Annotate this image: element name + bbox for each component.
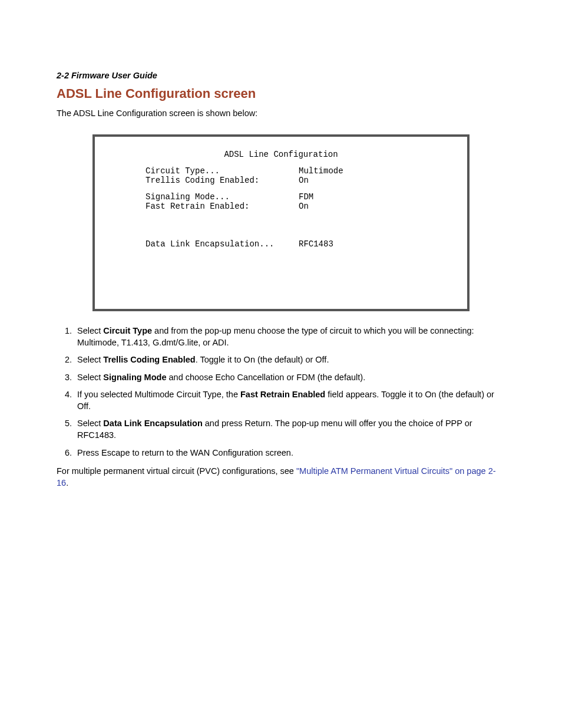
terminal-value: RFC1483 bbox=[299, 239, 333, 249]
instruction-text: Select bbox=[77, 373, 103, 382]
instruction-item: Select Signaling Mode and choose Echo Ca… bbox=[74, 372, 505, 384]
terminal-label: Signaling Mode... bbox=[146, 192, 299, 202]
instruction-bold: Fast Retrain Enabled bbox=[240, 390, 325, 399]
instruction-text: If you selected Multimode Circuit Type, … bbox=[77, 390, 240, 399]
instruction-item: If you selected Multimode Circuit Type, … bbox=[74, 389, 505, 412]
page-header: 2-2 Firmware User Guide bbox=[57, 71, 505, 80]
terminal-row-trellis: Trellis Coding Enabled: On bbox=[113, 176, 449, 185]
terminal-row-encapsulation: Data Link Encapsulation... RFC1483 bbox=[113, 239, 449, 249]
terminal-label: Data Link Encapsulation... bbox=[146, 239, 299, 249]
footer-text: For multiple permanent virtual circuit (… bbox=[57, 466, 296, 476]
terminal-value: On bbox=[299, 176, 309, 185]
instruction-bold: Trellis Coding Enabled bbox=[103, 355, 195, 364]
footer-text: . bbox=[66, 478, 68, 487]
terminal-screenshot: ADSL Line Configuration Circuit Type... … bbox=[92, 134, 470, 311]
instruction-item: Select Data Link Encapsulation and press… bbox=[74, 418, 505, 441]
instruction-text: Select bbox=[77, 419, 103, 428]
footer-paragraph: For multiple permanent virtual circuit (… bbox=[57, 466, 505, 489]
instruction-item: Press Escape to return to the WAN Config… bbox=[74, 447, 505, 459]
instruction-text: and choose Echo Cancellation or FDM (the… bbox=[166, 373, 365, 382]
instruction-bold: Circuit Type bbox=[103, 326, 152, 335]
terminal-row-circuit-type: Circuit Type... Multimode bbox=[113, 166, 449, 176]
terminal-label: Fast Retrain Enabled: bbox=[146, 202, 299, 211]
instruction-text: . Toggle it to On (the default) or Off. bbox=[196, 355, 329, 364]
terminal-label: Trellis Coding Enabled: bbox=[146, 176, 299, 185]
terminal-row-signaling: Signaling Mode... FDM bbox=[113, 192, 449, 202]
instruction-item: Select Trellis Coding Enabled. Toggle it… bbox=[74, 354, 505, 366]
main-heading: ADSL Line Configuration screen bbox=[57, 86, 505, 101]
terminal-value: Multimode bbox=[299, 166, 343, 176]
instruction-text: Select bbox=[77, 355, 103, 364]
instruction-text: Select bbox=[77, 326, 103, 335]
terminal-value: FDM bbox=[299, 192, 313, 202]
terminal-value: On bbox=[299, 202, 309, 211]
instruction-text: Press Escape to return to the WAN Config… bbox=[77, 448, 293, 457]
terminal-label: Circuit Type... bbox=[146, 166, 299, 176]
instruction-list: Select Circuit Type and from the pop-up … bbox=[57, 325, 505, 459]
terminal-title: ADSL Line Configuration bbox=[113, 150, 449, 159]
terminal-row-fast-retrain: Fast Retrain Enabled: On bbox=[113, 202, 449, 211]
instruction-item: Select Circuit Type and from the pop-up … bbox=[74, 325, 505, 348]
intro-paragraph: The ADSL Line Configuration screen is sh… bbox=[57, 108, 505, 118]
instruction-bold: Data Link Encapsulation bbox=[103, 419, 202, 428]
instruction-bold: Signaling Mode bbox=[103, 373, 166, 382]
